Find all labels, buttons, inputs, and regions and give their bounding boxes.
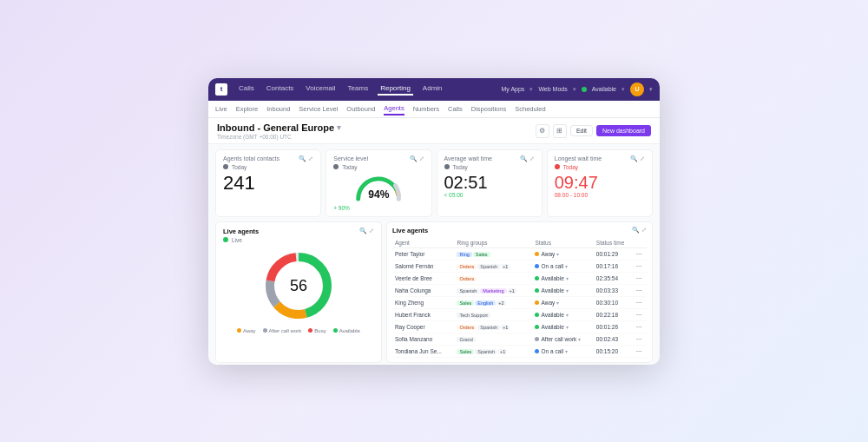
agents-table: Agent Ring groups Status Status time Pet… — [392, 238, 647, 358]
my-apps-button[interactable]: My Apps — [502, 86, 525, 92]
agent-ring-groups: RingSales — [454, 247, 532, 260]
subnav-service-level[interactable]: Service Level — [299, 103, 338, 115]
card-icons: 🔍 ⤢ — [630, 155, 645, 162]
tag-gray: Spanish — [477, 325, 500, 330]
user-avatar[interactable]: U — [630, 82, 644, 96]
label-dot — [444, 164, 450, 169]
expand-icon[interactable]: ⤢ — [529, 155, 535, 162]
legend-away: Away — [237, 328, 256, 333]
row-more-menu[interactable]: ··· — [634, 333, 647, 345]
tag-green: Sales — [457, 300, 474, 306]
chevron-down-icon[interactable]: ▾ — [565, 348, 568, 354]
col-status[interactable]: Status — [532, 238, 593, 248]
search-icon[interactable]: 🔍 — [630, 155, 638, 162]
subnav-dispositions[interactable]: Dispositions — [471, 103, 506, 115]
expand-icon[interactable]: ⤢ — [308, 155, 313, 162]
table-row: King ZhengSalesEnglish+2Away▾00:30:10··· — [392, 296, 647, 308]
status-text: Away — [541, 251, 555, 257]
row-more-menu[interactable]: ··· — [634, 308, 647, 320]
donut-value: 56 — [290, 276, 307, 294]
agent-name: King Zheng — [392, 296, 455, 308]
nav-item-teams[interactable]: Teams — [345, 82, 372, 96]
agent-status: On a call▾ — [532, 260, 593, 272]
settings-button[interactable]: ⚙ — [536, 124, 549, 138]
subnav-inbound[interactable]: Inbound — [266, 103, 290, 115]
nav-item-calls[interactable]: Calls — [236, 82, 257, 96]
row-more-menu[interactable]: ··· — [634, 296, 647, 308]
search-icon[interactable]: 🔍 — [299, 155, 306, 162]
available-status[interactable]: Available — [592, 86, 616, 92]
table-row: Naha ColungaSpanishMarketing+1Available▾… — [392, 284, 647, 296]
card-label: Today — [563, 164, 578, 170]
row-more-menu[interactable]: ··· — [634, 320, 647, 333]
chevron-down-icon[interactable]: ▾ — [556, 251, 559, 257]
agent-name: Tondiana Jun Se... — [392, 345, 455, 357]
expand-icon[interactable]: ⤢ — [640, 155, 645, 162]
legend-available: Available — [333, 328, 360, 333]
layout-button[interactable]: ⊞ — [553, 124, 567, 138]
expand-icon[interactable]: ⤢ — [641, 227, 647, 234]
sub-navigation: Live Explore Inbound Service Level Outbo… — [208, 101, 660, 118]
live-agents-donut-card: Live agents 🔍 ⤢ Live — [215, 221, 382, 363]
search-icon[interactable]: 🔍 — [632, 227, 640, 234]
nav-items: Calls Contacts Voicemail Teams Reporting… — [236, 82, 493, 96]
chevron-down-icon[interactable]: ▾ — [566, 312, 569, 318]
subnav-live[interactable]: Live — [215, 103, 227, 115]
chevron-down-icon[interactable]: ▾ — [565, 263, 568, 269]
search-icon[interactable]: 🔍 — [359, 228, 367, 234]
nav-right: My Apps ▾ Web Mods ▾ Available ▾ U ▾ — [502, 82, 653, 96]
row-more-menu[interactable]: ··· — [634, 272, 647, 284]
search-icon[interactable]: 🔍 — [520, 155, 528, 162]
chevron-down-icon[interactable]: ▾ — [566, 287, 569, 294]
legend-busy: Busy — [308, 328, 326, 333]
col-status-time[interactable]: Status time — [594, 238, 634, 248]
status-dot — [535, 337, 539, 341]
nav-item-voicemail[interactable]: Voicemail — [303, 82, 338, 96]
subnav-agents[interactable]: Agents — [384, 102, 404, 115]
agent-name: Sofia Manzano — [392, 333, 455, 345]
col-agent[interactable]: Agent — [392, 238, 455, 248]
metric-cards-row: Agents total contacts 🔍 ⤢ Today 241 Serv… — [215, 149, 653, 217]
row-more-menu[interactable]: ··· — [634, 260, 647, 272]
subnav-outbound[interactable]: Outbound — [346, 103, 375, 115]
tag-purple: Marketing — [480, 288, 506, 294]
chevron-down-icon[interactable]: ▾ — [578, 336, 581, 342]
nav-item-reporting[interactable]: Reporting — [378, 82, 413, 96]
main-content: Agents total contacts 🔍 ⤢ Today 241 Serv… — [208, 144, 660, 365]
nav-item-contacts[interactable]: Contacts — [264, 82, 297, 96]
new-dashboard-button[interactable]: New dashboard — [596, 125, 651, 136]
row-more-menu[interactable]: ··· — [634, 284, 647, 296]
status-indicator — [582, 87, 587, 92]
legend-dot — [237, 328, 241, 333]
web-mods-button[interactable]: Web Mods — [538, 86, 567, 92]
status-badge: Available▾ — [535, 287, 590, 294]
agent-status: On a call▾ — [532, 345, 593, 357]
agent-ring-groups: SpanishMarketing+1 — [454, 284, 532, 296]
col-ring-groups[interactable]: Ring groups — [454, 238, 532, 248]
chevron-down-icon[interactable]: ▾ — [566, 275, 569, 281]
agent-name: Naha Colunga — [392, 284, 455, 296]
app-logo: t — [215, 83, 227, 96]
subnav-calls[interactable]: Calls — [448, 103, 463, 115]
agent-name: Salomé Fernán — [392, 260, 455, 272]
edit-button[interactable]: Edit — [570, 125, 593, 136]
subnav-numbers[interactable]: Numbers — [413, 103, 439, 115]
service-level-title: Service level — [333, 155, 368, 162]
expand-icon[interactable]: ⤢ — [369, 228, 374, 234]
chevron-down-icon[interactable]: ▾ — [566, 324, 569, 330]
row-more-menu[interactable]: ··· — [634, 247, 647, 260]
tag-gray: Spanish — [475, 349, 497, 354]
table-row: Veerle de BreeOrdersAvailable▾02:35:54··… — [392, 272, 647, 284]
subnav-scheduled[interactable]: Scheduled — [515, 103, 545, 115]
search-icon[interactable]: 🔍 — [410, 155, 418, 162]
chevron-down-icon[interactable]: ▾ — [556, 300, 559, 306]
expand-icon[interactable]: ⤢ — [419, 155, 424, 162]
title-chevron[interactable]: ▾ — [337, 123, 341, 132]
agent-ring-groups: OrdersSpanish+1 — [454, 260, 532, 272]
nav-item-admin[interactable]: Admin — [420, 82, 445, 96]
status-dot — [535, 325, 539, 329]
subnav-explore[interactable]: Explore — [236, 103, 258, 115]
table-row: Tondiana Jun Se...SalesSpanish+1On a cal… — [392, 345, 647, 357]
label-dot — [223, 164, 228, 169]
row-more-menu[interactable]: ··· — [634, 345, 647, 357]
